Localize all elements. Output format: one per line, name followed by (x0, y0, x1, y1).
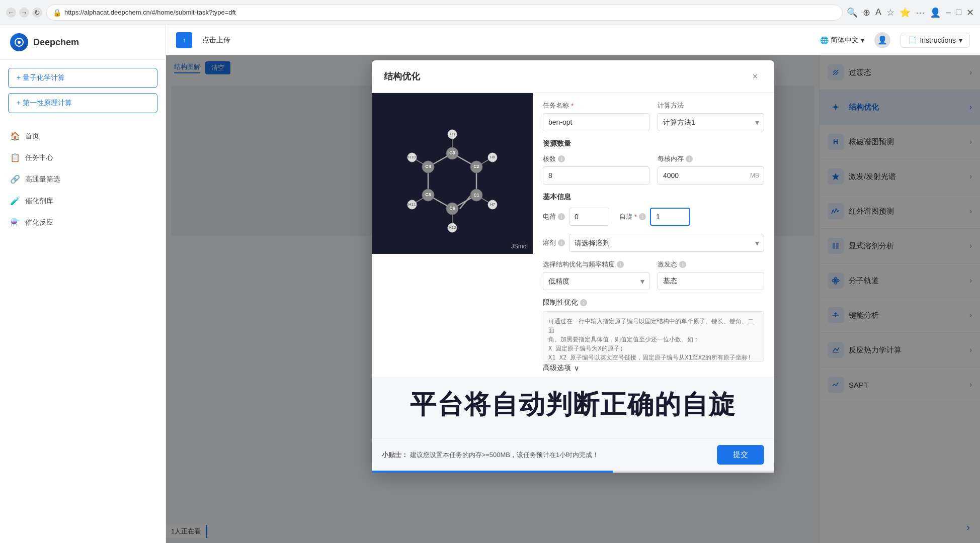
bookmark-icon[interactable]: ☆ (886, 7, 894, 18)
cores-info-icon[interactable]: i (558, 155, 565, 162)
spin-required-star: * (634, 213, 637, 221)
sidebar: Deepchem + 量子化学计算 + 第一性原理计算 🏠 首页 📋 任务中心 … (0, 25, 166, 543)
sidebar-item-screening[interactable]: 🔗 高通量筛选 (0, 168, 166, 190)
solvent-info-icon[interactable]: i (558, 239, 565, 246)
modal-close-button[interactable]: × (748, 69, 762, 83)
excited-state-info-icon[interactable]: i (679, 261, 686, 268)
home-icon: 🏠 (10, 131, 20, 141)
constraint-label: 限制性优化 i (543, 298, 764, 307)
upload-icon: ↑ (183, 37, 186, 44)
modal-header: 结构优化 × (372, 60, 774, 93)
language-selector[interactable]: 🌐 简体中文 ▾ (820, 36, 864, 45)
right-content: 结构图解 清空 过渡态 › (166, 55, 980, 543)
sidebar-item-tasks[interactable]: 📋 任务中心 (0, 147, 166, 168)
memory-input[interactable] (658, 166, 764, 185)
svg-text:H8: H8 (490, 155, 496, 159)
charge-input[interactable] (569, 208, 609, 226)
svg-text:C5: C5 (425, 192, 431, 197)
spin-group: 自旋 * i (619, 208, 690, 226)
charge-spin-row: 电荷 i 自旋 * i (543, 208, 764, 226)
address-bar[interactable]: 🔒 https://alphacat.deepchem.cn/#/home/su… (46, 5, 843, 21)
modal-progress-inner (372, 471, 613, 473)
task-name-group: 任务名称 * (543, 101, 649, 131)
form-area: 任务名称 * 计算方法 (533, 93, 774, 377)
spin-input[interactable] (650, 208, 690, 226)
spin-label-el: 自旋 * i (619, 212, 646, 221)
lang-label: 简体中文 (831, 36, 859, 45)
svg-text:H10: H10 (409, 155, 416, 159)
spin-info-icon[interactable]: i (639, 213, 646, 220)
sidebar-nav: 🏠 首页 📋 任务中心 🔗 高通量筛选 🧪 催化剂库 ⚗️ 催化反应 (0, 121, 166, 237)
back-button[interactable]: ← (6, 8, 16, 18)
modal-progress-bar (372, 471, 774, 473)
translate-icon[interactable]: A (875, 7, 881, 18)
sidebar-item-home[interactable]: 🏠 首页 (0, 125, 166, 147)
user-avatar[interactable]: 👤 (874, 32, 890, 48)
svg-text:C2: C2 (473, 164, 479, 169)
opt-precision-select[interactable]: 低精度 (543, 272, 649, 290)
user-icon: 👤 (877, 35, 887, 45)
calc-method-group: 计算方法 计算方法1 (658, 101, 764, 131)
excited-state-input[interactable] (658, 272, 764, 290)
molecule-viewer: C1 C6 C5 C4 C3 C2 H7 H12 H11 H10 H9 (372, 93, 533, 254)
instructions-button[interactable]: 📄 Instructions ▾ (901, 33, 970, 48)
modal-title: 结构优化 (384, 70, 420, 82)
cores-input[interactable] (543, 166, 649, 185)
solvent-select[interactable]: 请选择溶剂 (569, 234, 764, 252)
tip-section: 小贴士： 建议您设置本任务的内存>=500MB，该任务预计在1小时内完成！ (382, 450, 717, 460)
svg-text:C1: C1 (473, 193, 479, 198)
account-icon[interactable]: 👤 (930, 7, 941, 18)
task-calc-row: 任务名称 * 计算方法 (543, 101, 764, 131)
maximize-icon[interactable]: □ (956, 7, 961, 18)
constraint-textarea[interactable] (543, 311, 764, 361)
zoom-icon[interactable]: ⊕ (863, 7, 870, 18)
resources-section-title: 资源数量 (543, 139, 764, 148)
upload-label[interactable]: 点击上传 (202, 36, 230, 45)
sidebar-item-screening-label: 高通量筛选 (25, 175, 60, 184)
close-window-icon[interactable]: ✕ (966, 7, 974, 18)
upload-button[interactable]: ↑ (176, 32, 192, 48)
calc-method-select[interactable]: 计算方法1 (658, 113, 764, 131)
modal-body: C1 C6 C5 C4 C3 C2 H7 H12 H11 H10 H9 (372, 93, 774, 377)
quantum-chemistry-button[interactable]: + 量子化学计算 (8, 68, 157, 88)
task-name-input[interactable] (543, 113, 649, 131)
charge-label: 电荷 i (543, 212, 565, 221)
refresh-button[interactable]: ↻ (32, 8, 42, 18)
modal-bottom: 小贴士： 建议您设置本任务的内存>=500MB，该任务预计在1小时内完成！ 提交 (372, 438, 774, 471)
screening-icon: 🔗 (10, 174, 20, 184)
tip-label: 小贴士： (382, 451, 408, 459)
sidebar-item-reaction-label: 催化反应 (25, 218, 53, 227)
cores-label: 核数 i (543, 154, 649, 163)
submit-button[interactable]: 提交 (717, 445, 764, 465)
catalyst-icon: 🧪 (10, 196, 20, 206)
excited-state-group: 激发态 i (658, 260, 764, 290)
memory-info-icon[interactable]: i (686, 155, 693, 162)
forward-button[interactable]: → (19, 8, 29, 18)
more-icon[interactable]: ⋯ (916, 7, 925, 18)
memory-group: 每核内存 i MB (658, 154, 764, 185)
opt-precision-label: 选择结构优化与频率精度 i (543, 260, 649, 269)
search-icon[interactable]: 🔍 (847, 7, 858, 18)
right-panel: ↑ 点击上传 🌐 简体中文 ▾ 👤 📄 Instructions ▾ (166, 25, 980, 543)
first-principles-button[interactable]: + 第一性原理计算 (8, 93, 157, 113)
opt-precision-info-icon[interactable]: i (617, 261, 624, 268)
sidebar-item-catalyst[interactable]: 🧪 催化剂库 (0, 190, 166, 212)
opt-excited-row: 选择结构优化与频率精度 i 低精度 (543, 260, 764, 290)
sidebar-item-home-label: 首页 (25, 132, 39, 141)
lang-chevron-icon: ▾ (861, 36, 864, 44)
right-header: ↑ 点击上传 🌐 简体中文 ▾ 👤 📄 Instructions ▾ (166, 25, 980, 55)
advanced-chevron-icon: ∨ (574, 364, 579, 372)
solvent-row: 溶剂 i 请选择溶剂 (543, 234, 764, 252)
advanced-options-row[interactable]: 高级选项 ∨ (543, 364, 764, 373)
sidebar-item-reaction[interactable]: ⚗️ 催化反应 (0, 212, 166, 233)
main-layout: Deepchem + 量子化学计算 + 第一性原理计算 🏠 首页 📋 任务中心 … (0, 25, 980, 543)
charge-info-icon[interactable]: i (558, 213, 565, 220)
resources-row: 核数 i 每核内存 i (543, 154, 764, 185)
constraint-info-icon[interactable]: i (580, 299, 587, 306)
minimize-icon[interactable]: – (946, 7, 951, 18)
excited-state-label: 激发态 i (658, 260, 764, 269)
reaction-icon: ⚗️ (10, 218, 20, 227)
modal-dialog: 结构优化 × (372, 60, 774, 473)
bookmarks-icon[interactable]: ⭐ (900, 7, 911, 18)
memory-unit: MB (750, 172, 759, 179)
